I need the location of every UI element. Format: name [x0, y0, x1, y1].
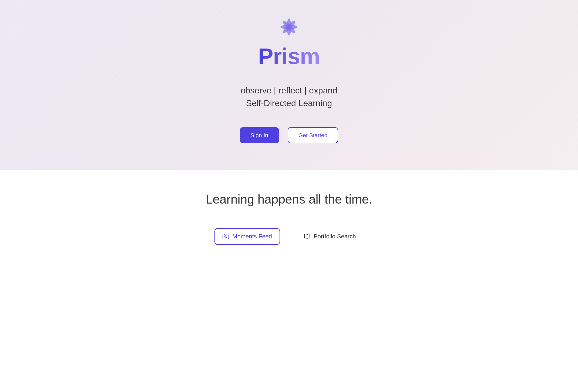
get-started-button[interactable]: Get Started	[288, 127, 338, 143]
svg-point-4	[225, 236, 227, 238]
tab-portfolio-search[interactable]: Portfolio Search	[296, 229, 364, 244]
sign-in-button[interactable]: Sign In	[240, 127, 279, 143]
tab-moments-feed[interactable]: Moments Feed	[214, 228, 280, 245]
section-heading: Learning happens all the time.	[206, 192, 372, 207]
tab-row: Moments Feed Portfolio Search	[214, 228, 363, 245]
hero-section: Prism observe | reflect | expand Self-Di…	[0, 0, 578, 170]
book-open-icon	[304, 233, 310, 240]
content-section: Learning happens all the time. Moments F…	[0, 170, 578, 261]
brand-title: Prism	[258, 43, 320, 69]
subtitle: Self-Directed Learning	[246, 98, 332, 108]
tagline: observe | reflect | expand	[241, 86, 337, 96]
prism-logo-icon	[278, 16, 300, 38]
tab-label: Moments Feed	[232, 233, 272, 240]
camera-icon	[223, 233, 229, 240]
cta-button-row: Sign In Get Started	[240, 127, 338, 143]
tab-label: Portfolio Search	[314, 233, 356, 240]
